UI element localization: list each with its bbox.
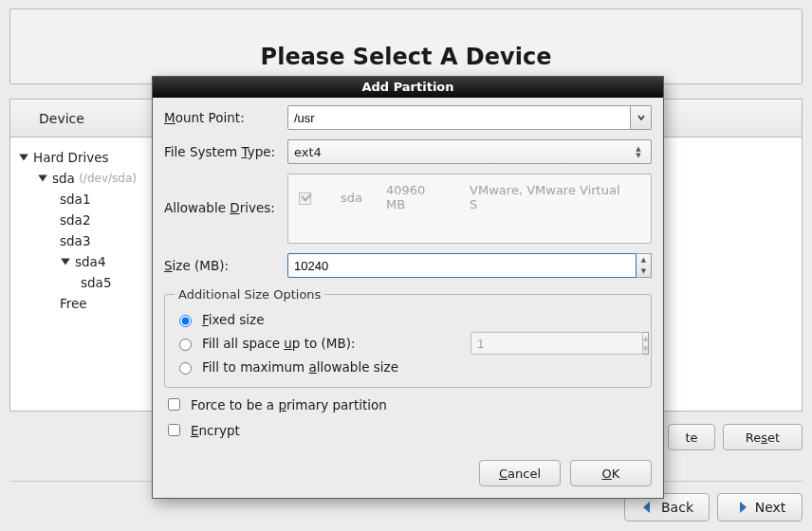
radio-fill-up-to-label[interactable]: Fill all space up to (MB): xyxy=(202,336,356,351)
mount-point-label: Mount Point: xyxy=(164,110,287,125)
svg-marker-3 xyxy=(643,502,650,513)
page-title: Please Select A Device xyxy=(0,44,812,70)
mount-point-combo[interactable] xyxy=(287,105,652,130)
drive-size: 40960 MB xyxy=(385,182,467,212)
dialog-button-bar: Cancel OK xyxy=(153,449,663,498)
tree-label: Free xyxy=(60,293,87,314)
cancel-button[interactable]: Cancel xyxy=(479,460,561,486)
expand-icon[interactable] xyxy=(37,173,48,184)
additional-size-options: Additional Size Options Fixed size Fill … xyxy=(164,287,652,388)
arrow-right-icon xyxy=(734,500,749,515)
tree-label: Hard Drives xyxy=(33,147,109,168)
fs-type-select[interactable]: ext4 ▲▼ xyxy=(287,139,652,164)
radio-fixed-size[interactable]: Fixed size xyxy=(175,312,641,327)
radio-fill-max-input[interactable] xyxy=(179,362,192,375)
radio-fixed-size-input[interactable] xyxy=(179,315,192,327)
force-primary-checkbox[interactable]: Force to be a primary partition xyxy=(164,395,652,413)
fs-type-label: File System Type: xyxy=(164,144,287,159)
tree-label: sda4 xyxy=(75,251,105,272)
fill-up-to-input xyxy=(471,332,643,355)
fs-type-value: ext4 xyxy=(294,145,322,159)
tree-label: sda3 xyxy=(60,230,90,251)
dialog-title: Add Partition xyxy=(153,77,663,98)
chevron-down-icon[interactable] xyxy=(631,105,652,130)
svg-marker-2 xyxy=(61,258,70,265)
reset-button[interactable]: Reset xyxy=(723,424,803,450)
tree-label: sda5 xyxy=(81,272,111,293)
ok-button[interactable]: OK xyxy=(570,460,652,486)
allowable-drives-label: Allowable Drives: xyxy=(164,174,287,215)
spin-arrows-icon: ▲▼ xyxy=(643,332,649,355)
mount-point-input[interactable] xyxy=(287,105,631,130)
encrypt-input[interactable] xyxy=(168,424,180,436)
radio-fill-max[interactable]: Fill to maximum allowable size xyxy=(175,359,641,375)
arrow-left-icon xyxy=(640,500,655,515)
size-options-legend: Additional Size Options xyxy=(175,287,324,302)
force-primary-input[interactable] xyxy=(168,398,180,411)
spin-icon[interactable]: ▲▼ xyxy=(632,146,645,158)
fill-up-to-spinbox: ▲▼ xyxy=(471,332,641,355)
encrypt-checkbox[interactable]: Encrypt xyxy=(164,421,652,439)
svg-marker-0 xyxy=(19,154,28,160)
size-spinbox[interactable]: ▲▼ xyxy=(287,253,652,278)
drive-checkbox-disabled xyxy=(299,192,311,205)
expand-icon[interactable] xyxy=(18,152,29,163)
tree-disk-path: (/dev/sda) xyxy=(79,168,137,189)
size-label: Size (MB): xyxy=(164,258,287,273)
drive-row: sda 40960 MB VMware, VMware Virtual S xyxy=(298,182,641,212)
tree-label: sda2 xyxy=(60,210,90,230)
next-button[interactable]: Next xyxy=(717,493,803,522)
device-column-header: Device xyxy=(10,111,113,126)
delete-button[interactable]: te xyxy=(668,424,715,450)
allowable-drives-list: sda 40960 MB VMware, VMware Virtual S xyxy=(287,174,652,244)
tree-label: sda xyxy=(52,168,75,189)
expand-icon[interactable] xyxy=(60,256,71,267)
spin-arrows-icon[interactable]: ▲▼ xyxy=(637,253,652,278)
drive-vendor: VMware, VMware Virtual S xyxy=(469,182,641,212)
add-partition-dialog: Add Partition Mount Point: File System T… xyxy=(152,76,664,499)
radio-fill-up-to-input[interactable] xyxy=(179,339,192,351)
svg-marker-4 xyxy=(740,502,747,513)
drive-name: sda xyxy=(340,182,383,212)
button-label: te xyxy=(685,430,697,445)
size-input[interactable] xyxy=(287,253,637,278)
svg-marker-1 xyxy=(38,174,47,181)
tree-label: sda1 xyxy=(60,189,90,210)
